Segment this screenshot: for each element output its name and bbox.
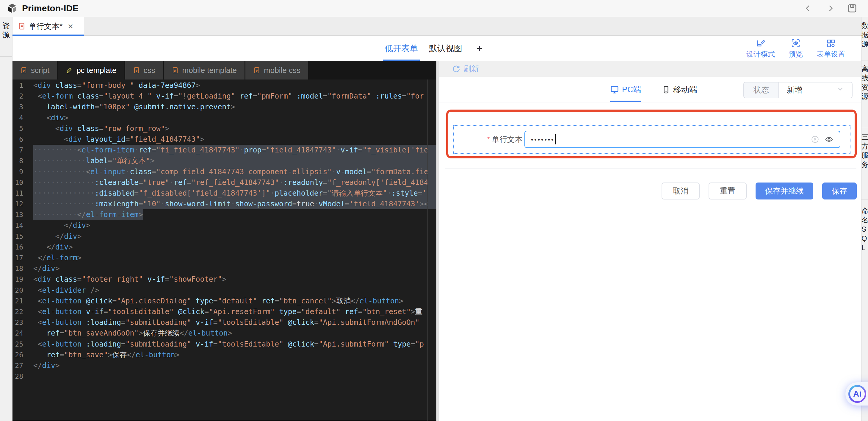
editor-tab-script[interactable]: script	[12, 61, 57, 80]
cancel-button[interactable]: 取消	[661, 183, 700, 199]
code-line-5[interactable]: 5 <div class="row form_row">	[12, 123, 436, 134]
tab-default-view[interactable]: 默认视图	[429, 36, 462, 61]
line-number: 24	[12, 328, 33, 339]
nav-back-icon[interactable]	[803, 3, 813, 13]
form-settings-button[interactable]: 表单设置	[816, 38, 845, 59]
code-line-20[interactable]: 20 <el-divider />	[12, 285, 436, 296]
tab-pc-view[interactable]: PC端	[610, 77, 641, 102]
right-rail-item-2[interactable]: 离线资源	[862, 60, 868, 128]
view-toolbar: 低开表单 默认视图 + 设计模式 预览	[12, 36, 861, 61]
footer-buttons: 取消 重置 保存并继续 保存	[661, 183, 857, 199]
doc-tab-active[interactable]: 单行文本* ×	[12, 17, 84, 35]
document-tabstrip: 单行文本* ×	[12, 17, 861, 36]
save-icon[interactable]	[847, 3, 857, 13]
code-line-16[interactable]: 16 </div>	[12, 242, 436, 252]
code-line-12[interactable]: 12··············:maxlength="10"·show-wor…	[12, 199, 436, 209]
line-number: 9	[12, 166, 33, 177]
code-line-26[interactable]: 26 ref="btn_save">保存</el-button>	[12, 349, 436, 360]
line-number: 26	[12, 349, 33, 360]
line-number: 19	[12, 274, 33, 285]
ai-assistant-button[interactable]: Ai	[845, 382, 868, 405]
device-switch-row: PC端 移动端 状态 新增	[439, 77, 861, 103]
code-line-28[interactable]: 28	[12, 371, 436, 382]
code-line-14[interactable]: 14 </div>	[12, 220, 436, 231]
design-mode-button[interactable]: 设计模式	[746, 38, 775, 59]
code-line-17[interactable]: 17 </el-form>	[12, 252, 436, 263]
line-number: 14	[12, 220, 33, 231]
editor-tab-pc-template[interactable]: pc template	[58, 61, 124, 80]
line-number: 28	[12, 371, 33, 382]
preview-button[interactable]: 预览	[788, 38, 803, 59]
code-line-21[interactable]: 21 <el-button @click="Api.closeDialog" t…	[12, 296, 436, 306]
code-area[interactable]: 1<div class="form-body " data-7ea94867>2…	[12, 80, 436, 382]
left-rail-item-1[interactable]: 资源	[0, 17, 12, 57]
save-button[interactable]: 保存	[822, 183, 857, 199]
field-label: *单行文本	[454, 134, 523, 145]
file-icon	[172, 67, 179, 74]
line-number: 20	[12, 285, 33, 296]
code-line-15[interactable]: 15 </div>	[12, 231, 436, 242]
code-line-13[interactable]: 13··········</el-form-item>	[12, 209, 436, 220]
phone-icon	[662, 85, 670, 94]
code-line-8[interactable]: 8············label="单行文本">	[12, 156, 436, 166]
right-rail-item-1[interactable]: 数据源	[862, 17, 868, 60]
nav-forward-icon[interactable]	[825, 3, 835, 13]
code-line-27[interactable]: 27</div>	[12, 360, 436, 371]
code-editor[interactable]: script pc template css mobile template	[12, 61, 436, 421]
editor-tab-mobile-template[interactable]: mobile template	[164, 61, 245, 80]
line-number: 16	[12, 242, 33, 252]
line-number: 8	[12, 156, 33, 166]
line-number: 17	[12, 252, 33, 263]
code-line-18[interactable]: 18</div>	[12, 263, 436, 274]
line-number: 18	[12, 263, 33, 274]
save-and-continue-button[interactable]: 保存并继续	[755, 183, 813, 199]
code-line-7[interactable]: 7··········<el-form-item·ref="fi_field_4…	[12, 145, 436, 156]
code-line-24[interactable]: 24 ref="btn_saveAndGoOn">保存并继续</el-butto…	[12, 328, 436, 339]
code-line-11[interactable]: 11··············:disabled="f_disabled['f…	[12, 188, 436, 199]
right-sidebar: 数据源离线资源三方服务命名SQL	[861, 17, 868, 421]
app-logo-icon	[6, 3, 18, 14]
code-line-4[interactable]: 4 <div>	[12, 113, 436, 123]
form-preview-panel: 刷新 PC端 移动端 状态 新增	[439, 61, 861, 421]
code-line-9[interactable]: 9············<el-input·class="comp_field…	[12, 166, 436, 177]
code-line-10[interactable]: 10··············:clearable="true"·ref="r…	[12, 177, 436, 188]
code-line-19[interactable]: 19<div class="footer right" v-if="showFo…	[12, 274, 436, 285]
refresh-button[interactable]: 刷新	[439, 61, 861, 77]
single-line-text-input[interactable]: •••••••	[524, 131, 840, 148]
code-line-23[interactable]: 23 <el-button :loading="submitLoading" v…	[12, 317, 436, 328]
status-select[interactable]: 状态 新增	[743, 82, 852, 98]
add-view-button[interactable]: +	[476, 36, 483, 61]
code-line-6[interactable]: 6 <div layout_id="field_41847743">	[12, 134, 436, 145]
code-line-22[interactable]: 22 <el-button v-if="toolsEditable" @clic…	[12, 306, 436, 317]
code-line-3[interactable]: 3 label-width="100px" @submit.native.pre…	[12, 102, 436, 112]
line-number: 10	[12, 177, 33, 188]
line-number: 15	[12, 231, 33, 242]
editor-tab-mobile-css[interactable]: mobile css	[245, 61, 308, 80]
ai-icon: Ai	[848, 385, 866, 403]
app-title: Primeton-IDE	[22, 3, 79, 13]
clear-input-icon[interactable]	[811, 135, 819, 144]
line-number: 7	[12, 145, 33, 156]
line-number: 5	[12, 123, 33, 134]
file-icon	[253, 67, 260, 74]
code-line-1[interactable]: 1<div class="form-body " data-7ea94867>	[12, 80, 436, 91]
line-number: 22	[12, 306, 33, 317]
panel-splitter[interactable]	[436, 61, 439, 421]
right-rail-item-4[interactable]: 命名SQL	[862, 199, 868, 284]
close-tab-icon[interactable]: ×	[68, 22, 73, 31]
right-rail-item-3[interactable]: 三方服务	[862, 128, 868, 199]
reset-button[interactable]: 重置	[709, 183, 747, 199]
form-file-icon	[18, 22, 26, 30]
editor-tab-css[interactable]: css	[125, 61, 163, 80]
tab-lowcode-form[interactable]: 低开表单	[384, 36, 418, 61]
file-icon	[20, 67, 27, 74]
toggle-password-eye-icon[interactable]	[824, 135, 834, 144]
code-line-2[interactable]: 2 <el-form class="layout_4 " v-if="!getL…	[12, 91, 436, 102]
preview-icon	[791, 38, 801, 48]
design-mode-label: 设计模式	[746, 50, 775, 59]
selected-form-item[interactable]: *单行文本 •••••••	[453, 125, 850, 153]
tab-mobile-view[interactable]: 移动端	[662, 77, 697, 102]
code-line-25[interactable]: 25 <el-button :loading="submitLoading" v…	[12, 339, 436, 349]
line-number: 27	[12, 360, 33, 371]
line-number: 25	[12, 339, 33, 349]
